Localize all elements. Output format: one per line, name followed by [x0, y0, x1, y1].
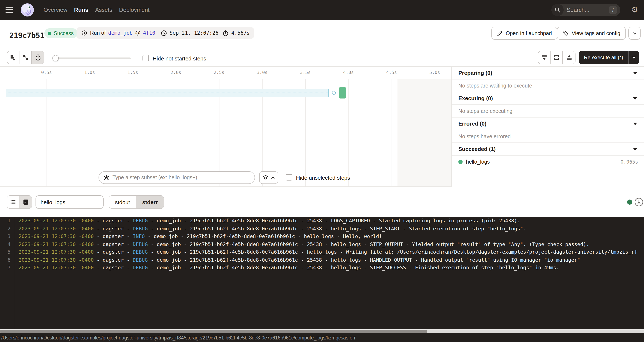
gantt-waiting-dotted-line — [6, 92, 328, 93]
log-horizontal-scrollbar[interactable] — [0, 329, 644, 333]
gantt-step-bar[interactable] — [339, 87, 346, 98]
section-caret-icon — [633, 122, 637, 125]
graph-query-options-button[interactable] — [259, 171, 278, 184]
raw-log-viewer[interactable]: 12023-09-21 12:07:30 -0400 - dagster - D… — [0, 217, 644, 329]
tab-stdout[interactable]: stdout — [109, 196, 136, 208]
gantt-overscan-region — [397, 79, 451, 186]
panel-section-header[interactable]: Executing (0) — [452, 92, 644, 105]
settings-gear-icon[interactable]: ⚙ — [630, 5, 639, 14]
scrollbar-thumb[interactable] — [0, 330, 427, 333]
nav-item-overview[interactable]: Overview — [44, 7, 68, 13]
tab-stderr[interactable]: stderr — [136, 196, 164, 208]
raw-log-view-button[interactable] — [20, 196, 32, 208]
axis-tick-label: 4.0s — [339, 70, 358, 75]
tag-icon — [562, 30, 569, 36]
layers-icon — [262, 174, 268, 180]
structured-log-view-button[interactable] — [7, 196, 20, 208]
log-line: 42023-09-21 12:07:30 -0400 - dagster - D… — [0, 240, 644, 248]
run-id: 219c7b51 — [9, 31, 44, 40]
gantt-step-marker-circle — [332, 91, 336, 95]
hamburger-menu-icon[interactable] — [6, 7, 13, 13]
waterfall-view-button[interactable] — [20, 51, 32, 64]
log-line: 22023-09-21 12:07:30 -0400 - dagster - D… — [0, 225, 644, 232]
history-icon — [81, 30, 88, 36]
section-caret-icon — [633, 97, 637, 100]
nav-item-runs[interactable]: Runs — [74, 7, 88, 13]
axis-tick-label: 1.0s — [80, 70, 99, 75]
clock-icon — [161, 30, 167, 36]
dagster-logo-icon[interactable] — [20, 3, 34, 17]
panel-empty-message: No steps are waiting to execute — [452, 80, 644, 92]
panel-empty-message: No steps have errored — [452, 130, 644, 143]
search-shortcut-key: / — [609, 6, 617, 14]
hide-unselected-checkbox[interactable] — [286, 174, 292, 180]
flat-view-button[interactable] — [7, 51, 20, 64]
stopwatch-icon — [222, 30, 229, 36]
gantt-view-mode-toggle — [7, 51, 44, 64]
log-status-dot — [627, 200, 632, 204]
op-selector-icon — [103, 174, 110, 181]
run-header: 219c7b51 Success Run of demo_job @ 4f105… — [0, 20, 644, 50]
stdout-stderr-tabs: stdoutstderr — [109, 195, 164, 209]
status-dot-icon — [48, 32, 51, 35]
log-toolbar: stdoutstderr — [0, 187, 644, 217]
axis-tick-label: 3.0s — [253, 70, 272, 75]
search-icon — [552, 4, 564, 16]
gantt-toolbar: Hide not started steps Re-execute all (*… — [0, 50, 644, 67]
axis-tick-label: 4.5s — [382, 70, 401, 75]
timed-view-button[interactable] — [32, 51, 44, 64]
axis-tick-label: 1.5s — [124, 70, 142, 75]
nav-item-assets[interactable]: Assets — [95, 7, 112, 13]
panel-section-header[interactable]: Preparing (0) — [452, 67, 644, 80]
duration-pill: 4.567s — [218, 27, 254, 39]
log-file-path: /Users/erincochran/Desktop/dagster-examp… — [0, 335, 356, 340]
search-input[interactable] — [566, 4, 606, 16]
panel-section-header[interactable]: Succeeded (1) — [452, 143, 644, 156]
hide-not-started-checkbox[interactable] — [142, 55, 149, 61]
log-line: 62023-09-21 12:07:30 -0400 - dagster - D… — [0, 256, 644, 264]
step-status-dot — [458, 160, 462, 164]
expand-bottom-panel-button[interactable] — [563, 51, 575, 64]
dagster-run-page: OverviewRunsAssetsDeployment / ⚙ 219c7b5… — [0, 0, 644, 342]
log-view-toggle — [7, 195, 32, 209]
step-status-panel: Preparing (0)No steps are waiting to exe… — [451, 67, 644, 187]
search-bar[interactable]: / — [552, 4, 620, 16]
gantt-zoom-slider-handle[interactable] — [52, 55, 59, 61]
axis-tick-label: 0.5s — [37, 70, 56, 75]
log-line: 52023-09-21 12:07:30 -0400 - dagster - D… — [0, 248, 644, 256]
log-line: 32023-09-21 12:07:30 -0400 - dagster - I… — [0, 232, 644, 240]
collapse-bottom-panel-button[interactable] — [538, 51, 550, 64]
axis-tick-label: 2.5s — [210, 70, 228, 75]
nav-links: OverviewRunsAssetsDeployment — [44, 0, 150, 20]
top-nav: OverviewRunsAssetsDeployment / ⚙ — [0, 0, 644, 20]
gantt-zoom-slider-track[interactable] — [54, 58, 131, 59]
log-step-filter-input[interactable] — [36, 195, 104, 209]
log-line: 72023-09-21 12:07:30 -0400 - dagster - D… — [0, 264, 644, 272]
section-caret-icon — [633, 148, 637, 150]
open-in-launchpad-button[interactable]: Open in Launchpad — [491, 27, 557, 40]
step-subset-input[interactable] — [112, 174, 250, 180]
hide-unselected-label: Hide unselected steps — [296, 174, 350, 181]
axis-tick-label: 3.5s — [296, 70, 314, 75]
reexecute-all-button[interactable]: Re-execute all (*) — [579, 51, 639, 64]
succeeded-step-row[interactable]: hello_logs0.065s — [452, 156, 644, 168]
status-badge: Success — [44, 28, 78, 38]
axis-tick-label: 5.0s — [426, 70, 444, 75]
header-more-actions-button[interactable] — [628, 27, 640, 40]
download-log-icon[interactable] — [634, 198, 644, 207]
panel-section-header[interactable]: Errored (0) — [452, 118, 644, 130]
view-tags-config-button[interactable]: View tags and config — [557, 27, 626, 40]
reexecute-dropdown-caret[interactable] — [628, 51, 639, 64]
split-even-panels-button[interactable] — [550, 51, 563, 64]
step-subset-filter[interactable] — [98, 171, 255, 184]
nav-item-deployment[interactable]: Deployment — [119, 7, 150, 13]
axis-tick-label: 2.0s — [166, 70, 185, 75]
job-link[interactable]: demo_job — [108, 30, 133, 36]
chevron-up-icon — [270, 175, 275, 180]
pencil-icon — [497, 30, 503, 36]
section-caret-icon — [633, 72, 637, 74]
gantt-section: 0.5s1.0s1.5s2.0s2.5s3.0s3.5s4.0s4.5s5.0s… — [0, 67, 644, 187]
hide-not-started-label: Hide not started steps — [153, 56, 206, 62]
panel-split-toggle — [538, 51, 576, 64]
log-line: 12023-09-21 12:07:30 -0400 - dagster - D… — [0, 217, 644, 225]
